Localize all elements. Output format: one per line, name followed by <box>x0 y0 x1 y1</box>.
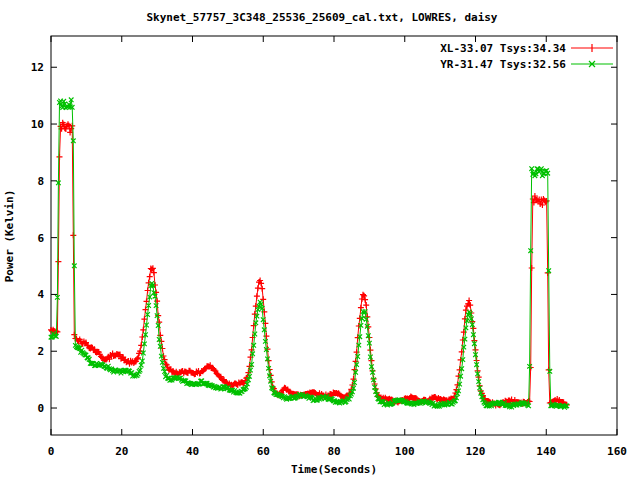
legend-sample-xl <box>571 44 613 52</box>
x-tick-label: 140 <box>536 445 556 458</box>
x-axis-label: Time(Seconds) <box>291 463 377 476</box>
x-tick-label: 160 <box>607 445 627 458</box>
y-tick-label: 8 <box>37 175 44 188</box>
x-tick-label: 20 <box>115 445 128 458</box>
x-tick-label: 80 <box>327 445 340 458</box>
data-series <box>48 98 570 410</box>
chart-title: Skynet_57757_3C348_25536_25609_cal.txt, … <box>147 11 498 24</box>
x-tick-label: 0 <box>48 445 55 458</box>
x-tick-label: 40 <box>186 445 199 458</box>
series-xl <box>48 120 570 409</box>
gnuplot-window: 020406080100120140160024681012 Skynet_57… <box>0 0 640 480</box>
legend: XL-33.07 Tsys:34.34 YR-31.47 Tsys:32.56 <box>440 42 613 71</box>
y-axis-label: Power (Kelvin) <box>3 190 16 283</box>
x-tick-label: 60 <box>257 445 270 458</box>
x-tick-label: 100 <box>395 445 415 458</box>
y-tick-label: 0 <box>37 402 44 415</box>
legend-sample-lines <box>571 44 613 67</box>
y-tick-label: 4 <box>37 288 44 301</box>
legend-sample-yr <box>571 61 613 67</box>
series-markers <box>48 120 570 409</box>
legend-label-yr: YR-31.47 Tsys:32.56 <box>440 58 566 71</box>
x-tick-label: 120 <box>466 445 486 458</box>
y-tick-label: 2 <box>37 345 44 358</box>
y-tick-label: 10 <box>31 118 44 131</box>
chart-canvas: 020406080100120140160024681012 Skynet_57… <box>0 0 640 480</box>
legend-label-xl: XL-33.07 Tsys:34.34 <box>440 42 566 55</box>
y-tick-label: 12 <box>31 61 44 74</box>
y-tick-label: 6 <box>37 232 44 245</box>
